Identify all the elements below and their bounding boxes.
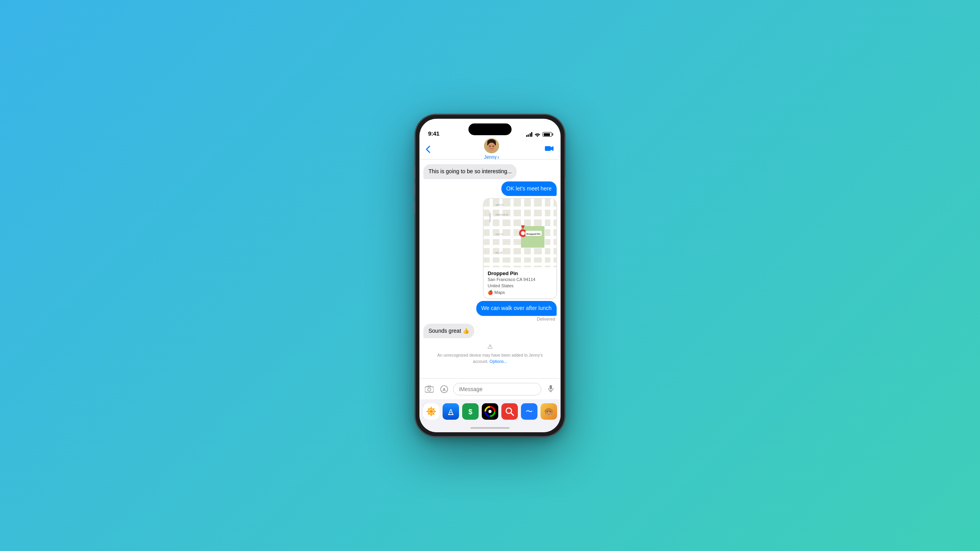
- phone-body: 9:41: [416, 115, 564, 436]
- svg-rect-32: [425, 387, 434, 392]
- status-time: 9:41: [428, 130, 439, 137]
- svg-rect-12: [484, 245, 556, 248]
- message-input-wrapper: [453, 383, 557, 395]
- svg-point-29: [521, 231, 525, 235]
- cash-app[interactable]: $: [462, 403, 479, 420]
- svg-rect-8: [484, 207, 556, 210]
- svg-rect-9: [484, 216, 556, 219]
- svg-rect-21: [550, 199, 554, 267]
- svg-rect-17: [510, 199, 514, 267]
- message-row: Sounds great 👍: [423, 324, 557, 339]
- app-dock: A $: [419, 399, 561, 424]
- svg-point-33: [428, 388, 431, 391]
- svg-point-55: [546, 412, 552, 416]
- apps-button[interactable]: A: [438, 383, 450, 395]
- svg-text:〜: 〜: [526, 408, 533, 415]
- input-bar: A: [419, 378, 561, 399]
- message-row: This is going to be so interesting...: [423, 164, 557, 179]
- svg-rect-36: [550, 385, 552, 389]
- map-title: Dropped Pin: [488, 270, 552, 276]
- svg-rect-14: [484, 263, 556, 266]
- svg-point-4: [489, 145, 490, 147]
- svg-point-60: [544, 410, 548, 412]
- delivered-status: Delivered: [537, 317, 557, 321]
- nav-bar: Jenny: [419, 139, 561, 160]
- dynamic-island: [468, 123, 512, 135]
- outgoing-bubble: We can walk over after lunch: [476, 301, 557, 316]
- home-indicator: [419, 424, 561, 432]
- message-input[interactable]: [453, 383, 541, 395]
- map-source: 🍎 Maps: [488, 290, 552, 295]
- svg-point-3: [488, 143, 495, 151]
- incoming-bubble: Sounds great 👍: [423, 324, 474, 339]
- svg-line-52: [511, 413, 514, 415]
- outgoing-bubble: OK let's meet here: [501, 181, 557, 196]
- messages-area: This is going to be so interesting... OK…: [419, 160, 561, 378]
- svg-text:Dropped Pin: Dropped Pin: [526, 233, 541, 235]
- svg-rect-22: [521, 226, 544, 248]
- status-icons: [526, 132, 552, 137]
- shazam-app[interactable]: 〜: [521, 403, 537, 420]
- svg-text:HILL ST: HILL ST: [495, 252, 503, 254]
- signal-icon: [526, 132, 533, 137]
- back-button[interactable]: [426, 145, 438, 153]
- svg-text:$: $: [468, 408, 472, 416]
- svg-rect-15: [490, 199, 493, 267]
- svg-point-5: [492, 145, 494, 147]
- home-bar: [470, 427, 510, 429]
- map-message-row: 18TH ST HANCOCK ST 21ST ST HILL ST DOLOR…: [423, 198, 557, 299]
- camera-button[interactable]: [423, 383, 435, 395]
- svg-rect-13: [484, 254, 556, 257]
- phone-screen: 9:41: [419, 119, 561, 432]
- svg-text:DOLORES: DOLORES: [489, 212, 491, 222]
- security-notice: ⚠ An unrecognized device may have been a…: [423, 341, 557, 366]
- map-info: Dropped Pin San Francisco CA 94114 Unite…: [484, 267, 556, 298]
- video-call-button[interactable]: [545, 145, 554, 154]
- svg-point-61: [550, 410, 553, 412]
- svg-text:A: A: [443, 387, 446, 392]
- map-card[interactable]: 18TH ST HANCOCK ST 21ST ST HILL ST DOLOR…: [483, 198, 557, 299]
- map-image: 18TH ST HANCOCK ST 21ST ST HILL ST DOLOR…: [484, 199, 556, 267]
- svg-text:HANCOCK ST: HANCOCK ST: [495, 214, 508, 216]
- outgoing-message-delivered: We can walk over after lunch Delivered: [423, 301, 557, 321]
- svg-point-50: [488, 410, 492, 413]
- battery-icon: [543, 132, 552, 137]
- svg-rect-11: [484, 236, 556, 239]
- search-app[interactable]: [501, 403, 518, 420]
- wifi-icon: [534, 132, 541, 137]
- map-address: San Francisco CA 94114 United States: [488, 277, 552, 289]
- message-row: We can walk over after lunch: [423, 301, 557, 316]
- warning-icon: ⚠: [430, 342, 550, 352]
- photos-app[interactable]: [423, 403, 439, 420]
- svg-text:21ST ST: 21ST ST: [495, 233, 503, 236]
- avatar: [484, 138, 499, 153]
- appstore-app[interactable]: A: [443, 403, 459, 420]
- mic-button[interactable]: [548, 385, 554, 393]
- svg-rect-10: [484, 226, 556, 229]
- phone-device: 9:41: [416, 115, 564, 436]
- contact-info[interactable]: Jenny: [484, 138, 499, 160]
- memoji-app[interactable]: [541, 403, 557, 420]
- svg-text:18TH ST: 18TH ST: [495, 204, 503, 206]
- color-wheel-app[interactable]: [482, 403, 498, 420]
- svg-rect-6: [545, 146, 551, 151]
- incoming-bubble: This is going to be so interesting...: [423, 164, 517, 179]
- options-link[interactable]: Options...: [490, 359, 507, 364]
- message-row: OK let's meet here: [423, 181, 557, 196]
